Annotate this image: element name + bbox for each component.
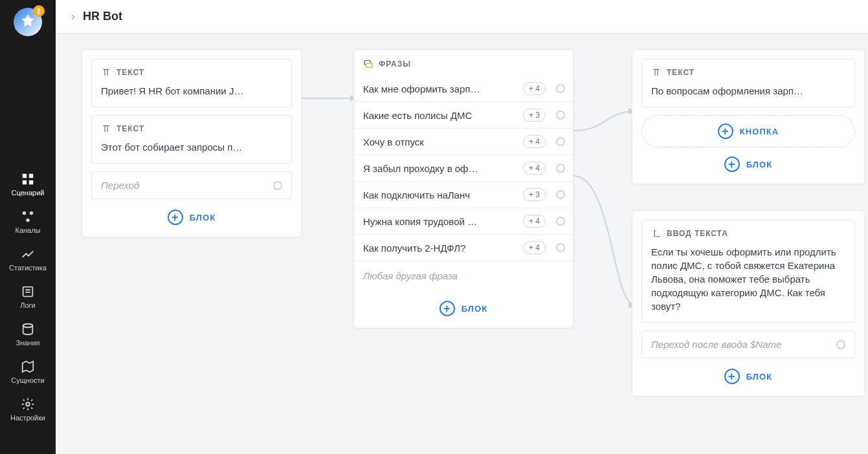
connector-dot-icon[interactable]: [556, 84, 565, 93]
svg-point-9: [26, 402, 30, 406]
plus-icon: +: [718, 124, 733, 139]
text-icon: [651, 67, 662, 78]
text-icon: [101, 67, 111, 78]
add-block-button[interactable]: + БЛОК: [354, 290, 573, 316]
sidebar: ₿ Сценарий Каналы Статистика Логи Знания…: [0, 0, 56, 454]
connector-dot-icon[interactable]: [556, 137, 565, 146]
section-label: ТЕКСТ: [117, 124, 144, 133]
plus-icon: +: [440, 301, 455, 316]
transition-slot[interactable]: Переход: [91, 171, 292, 199]
app-logo[interactable]: ₿: [14, 8, 42, 36]
text-input-icon: [651, 228, 662, 239]
nav-label: Настройки: [10, 414, 45, 422]
node-text-answer[interactable]: ТЕКСТ По вопросам оформления зарп… + КНО…: [632, 49, 865, 184]
canvas[interactable]: ТЕКСТ Привет! Я HR бот компании J… ТЕКСТ…: [56, 34, 868, 454]
svg-rect-3: [29, 180, 33, 184]
section-body: Если ты хочешь оформить или продлить пол…: [642, 245, 854, 322]
sidebar-item-channels[interactable]: Каналы: [0, 203, 56, 241]
node-start[interactable]: ТЕКСТ Привет! Я HR бот компании J… ТЕКСТ…: [82, 49, 302, 237]
text-input-block[interactable]: ВВОД ТЕКСТА Если ты хочешь оформить или …: [641, 220, 855, 323]
phrase-text: Как подключить наЛанч: [363, 189, 518, 200]
phrase-badge: + 4: [523, 162, 546, 175]
sidebar-item-settings[interactable]: Настройки: [0, 391, 56, 428]
column-1: ТЕКСТ Привет! Я HR бот компании J… ТЕКСТ…: [82, 49, 302, 237]
nav-label: Статистика: [9, 264, 47, 272]
sidebar-item-entities[interactable]: Сущности: [0, 353, 56, 391]
svg-rect-1: [29, 174, 33, 178]
add-block-button[interactable]: + БЛОК: [641, 358, 855, 384]
add-button-label: КНОПКА: [740, 127, 779, 136]
connector-dot-icon[interactable]: [273, 181, 282, 190]
transition-placeholder: Переход после ввода $Name: [651, 339, 781, 350]
connector-dot-icon[interactable]: [836, 340, 845, 349]
logo-icon: [19, 13, 37, 31]
phrase-badge: + 3: [523, 188, 546, 201]
section-body: Этот бот собирает запросы п…: [92, 140, 291, 163]
node-text-input[interactable]: ВВОД ТЕКСТА Если ты хочешь оформить или …: [632, 210, 865, 396]
column-2: ФРАЗЫ Как мне оформить зарп…+ 4Какие ест…: [353, 49, 573, 329]
transition-slot[interactable]: Переход после ввода $Name: [641, 330, 855, 358]
grid-icon: [21, 172, 35, 186]
phrase-text: Как мне оформить зарп…: [363, 83, 518, 94]
text-block[interactable]: ТЕКСТ Привет! Я HR бот компании J…: [91, 59, 292, 107]
phrase-badge: + 4: [523, 82, 546, 95]
section-label: ВВОД ТЕКСТА: [667, 229, 728, 238]
nav: Сценарий Каналы Статистика Логи Знания С…: [0, 166, 56, 428]
connector-dot-icon[interactable]: [556, 190, 565, 199]
connector-dot-icon[interactable]: [556, 243, 565, 252]
phrase-list: Как мне оформить зарп…+ 4Какие есть поли…: [354, 76, 573, 261]
section-label: ТЕКСТ: [667, 68, 695, 77]
nav-label: Знания: [16, 339, 39, 347]
add-block-button[interactable]: + БЛОК: [91, 199, 292, 225]
phrase-row[interactable]: Как получить 2-НДФЛ?+ 4: [354, 234, 573, 261]
phrase-badge: + 4: [523, 241, 546, 254]
connector-dot-icon[interactable]: [556, 111, 565, 120]
phrase-row[interactable]: Я забыл проходку в оф…+ 4: [354, 155, 573, 181]
text-block[interactable]: ТЕКСТ Этот бот собирает запросы п…: [91, 115, 292, 164]
add-block-button[interactable]: + БЛОК: [641, 151, 855, 172]
plus-icon: +: [168, 210, 183, 225]
section-label: ФРАЗЫ: [379, 59, 411, 69]
add-button-button[interactable]: + КНОПКА: [641, 115, 855, 147]
channels-icon: [21, 210, 35, 224]
add-block-label: БЛОК: [190, 213, 216, 222]
other-phrase-row[interactable]: Любая другая фраза: [354, 261, 573, 290]
main: › HR Bot ТЕКСТ Привет! Я HR бот компании…: [56, 0, 868, 454]
svg-point-5: [30, 211, 34, 215]
phrase-row[interactable]: Какие есть полисы ДМС+ 3: [354, 102, 573, 128]
page-title: HR Bot: [83, 10, 122, 23]
header: › HR Bot: [56, 0, 868, 34]
gear-icon: [21, 397, 35, 411]
node-phrases[interactable]: ФРАЗЫ Как мне оформить зарп…+ 4Какие ест…: [353, 49, 573, 329]
sidebar-item-logs[interactable]: Логи: [0, 278, 56, 316]
section-body: Привет! Я HR бот компании J…: [92, 84, 291, 107]
phrase-text: Какие есть полисы ДМС: [363, 110, 518, 121]
logs-icon: [21, 285, 35, 299]
svg-point-4: [23, 211, 27, 215]
connector-dot-icon[interactable]: [556, 217, 565, 226]
sidebar-item-stats[interactable]: Статистика: [0, 241, 56, 278]
section-head: ФРАЗЫ: [354, 59, 573, 76]
nav-label: Логи: [20, 301, 36, 309]
section-head: ТЕКСТ: [92, 59, 291, 84]
phrase-row[interactable]: Нужна копия трудовой …+ 4: [354, 208, 573, 234]
section-head: ВВОД ТЕКСТА: [642, 221, 854, 245]
svg-point-6: [26, 219, 30, 222]
transition-placeholder: Переход: [101, 180, 139, 191]
column-3: ТЕКСТ По вопросам оформления зарп… + КНО…: [632, 49, 865, 396]
phrase-row[interactable]: Хочу в отпуск+ 4: [354, 128, 573, 155]
sidebar-item-scenario[interactable]: Сценарий: [0, 166, 56, 203]
section-label: ТЕКСТ: [117, 68, 144, 77]
phrase-badge: + 4: [523, 135, 546, 148]
phrase-badge: + 4: [523, 215, 546, 228]
svg-point-8: [23, 324, 33, 328]
text-block[interactable]: ТЕКСТ По вопросам оформления зарп…: [641, 59, 855, 107]
connector-dot-icon[interactable]: [556, 164, 565, 173]
svg-rect-2: [23, 180, 27, 184]
add-block-label: БЛОК: [746, 160, 772, 169]
plus-icon: +: [724, 369, 740, 384]
sidebar-item-knowledge[interactable]: Знания: [0, 316, 56, 353]
phrase-row[interactable]: Как подключить наЛанч+ 3: [354, 181, 573, 208]
text-icon: [101, 124, 111, 134]
phrase-row[interactable]: Как мне оформить зарп…+ 4: [354, 76, 573, 102]
